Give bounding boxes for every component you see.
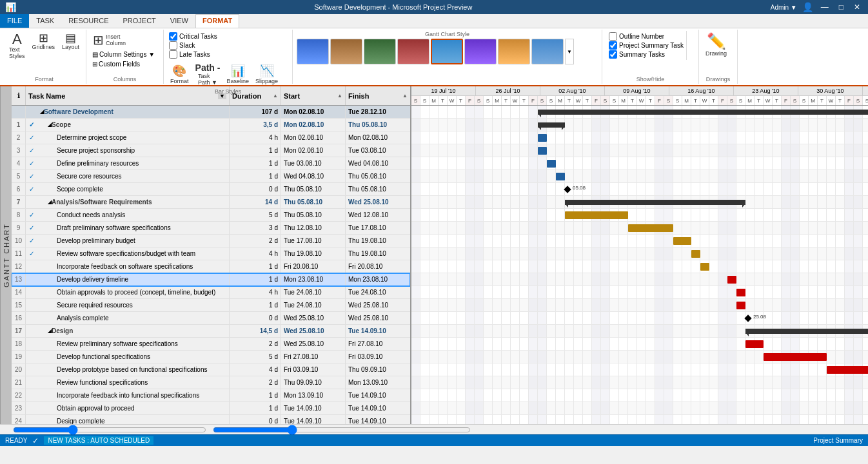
task-row[interactable]: 21Review functional specifications2 dThu…: [12, 376, 410, 389]
gantt-scrollbar[interactable]: [213, 425, 471, 434]
project-summary-check[interactable]: Project Summary Task: [609, 41, 684, 50]
gantt-cell: [755, 389, 764, 401]
close-btn[interactable]: ✕: [851, 3, 863, 12]
task-row[interactable]: 11✓Review software specifications/budget…: [12, 247, 410, 260]
gantt-cell: [448, 119, 457, 131]
slack-check[interactable]: Slack: [169, 41, 217, 50]
outline-number-check[interactable]: Outline Number: [609, 32, 684, 41]
gridlines-btn[interactable]: ⊞ Gridlines: [30, 31, 58, 52]
row-finish-cell: Thu 05.08.10: [346, 183, 410, 195]
gantt-body[interactable]: 05.0825.0814.09: [411, 106, 868, 424]
gantt-style-7[interactable]: [498, 39, 530, 64]
task-row[interactable]: 3✓Secure project sponsorship1 dMon 02.08…: [12, 144, 410, 157]
finish-column-header[interactable]: Finish ▲: [346, 86, 410, 105]
layout-btn[interactable]: ▤ Layout: [59, 31, 82, 52]
gantt-style-8[interactable]: [531, 39, 564, 64]
tab-resource[interactable]: RESOURCE: [61, 14, 115, 28]
gantt-cell: [574, 260, 583, 273]
summary-tasks-check[interactable]: Summary Tasks: [609, 50, 684, 59]
format-btn[interactable]: 🎨 Format: [168, 63, 192, 86]
scroll-area[interactable]: [0, 424, 868, 434]
admin-label[interactable]: Admin ▼: [771, 4, 797, 11]
task-row[interactable]: 8✓Conduct needs analysis5 dThu 05.08.10W…: [12, 209, 410, 222]
task-row[interactable]: 12Incorporate feedback on software speci…: [12, 260, 410, 273]
tab-file[interactable]: FILE: [0, 14, 29, 28]
gantt-cell: [827, 376, 836, 389]
task-row[interactable]: 6✓Scope complete0 dThu 05.08.10Thu 05.08…: [12, 183, 410, 196]
gantt-style-1[interactable]: [297, 39, 329, 64]
gantt-cell: [827, 131, 836, 144]
minimize-btn[interactable]: —: [818, 3, 831, 12]
task-row[interactable]: 19Develop functional specifications5 dFr…: [12, 351, 410, 363]
slack-checkbox[interactable]: [169, 41, 177, 50]
late-tasks-check[interactable]: Late Tasks: [169, 50, 217, 59]
gantt-cell: [773, 286, 782, 298]
gantt-style-3[interactable]: [364, 39, 396, 64]
gantt-cell: [863, 273, 868, 285]
tab-task[interactable]: TASK: [29, 14, 61, 28]
task-path-btn[interactable]: Path - TaskPath ▼: [193, 61, 223, 87]
gantt-cell: [502, 415, 511, 424]
text-styles-btn[interactable]: A TextStyles: [6, 31, 28, 61]
gantt-cell: [709, 235, 718, 247]
horizontal-scrollbar[interactable]: [13, 425, 206, 434]
summary-tasks-checkbox[interactable]: [609, 50, 617, 59]
task-row[interactable]: 20Develop prototype based on functional …: [12, 363, 410, 376]
gantt-cell: [448, 222, 457, 234]
task-row[interactable]: 7◢ Analysis/Software Requirements14 dThu…: [12, 196, 410, 209]
gantt-cell: [420, 363, 429, 376]
row-finish-cell: Wed 25.08.10: [346, 299, 410, 311]
gantt-style-4[interactable]: [397, 39, 429, 64]
custom-fields-btn[interactable]: ⊞ Custom Fields: [90, 60, 142, 68]
task-row[interactable]: 16Analysis complete0 dWed 25.08.10Wed 25…: [12, 312, 410, 325]
maximize-btn[interactable]: □: [836, 3, 846, 12]
gantt-style-scroll[interactable]: ▼: [565, 39, 574, 64]
task-row[interactable]: 13Develop delivery timeline1 dMon 23.08.…: [12, 273, 410, 286]
task-row[interactable]: 5✓Secure core resources1 dWed 04.08.10Th…: [12, 170, 410, 183]
tab-project[interactable]: PROJECT: [116, 14, 163, 28]
gantt-style-5[interactable]: [431, 39, 463, 64]
task-row[interactable]: ◢ Software Development107 dMon 02.08.10T…: [12, 106, 410, 119]
task-row[interactable]: 24Design complete0 dTue 14.09.10Tue 14.0…: [12, 415, 410, 424]
task-row[interactable]: 14Obtain approvals to proceed (concept, …: [12, 286, 410, 299]
task-row[interactable]: 2✓Determine project scope4 hMon 02.08.10…: [12, 131, 410, 144]
start-column-header[interactable]: Start ▲: [281, 86, 346, 105]
task-row[interactable]: 4✓Define preliminary resources1 dTue 03.…: [12, 157, 410, 170]
critical-tasks-checkbox[interactable]: [169, 32, 177, 41]
column-settings-btn[interactable]: ▤ Column Settings ▼: [90, 50, 157, 59]
gantt-cell: [601, 222, 610, 234]
task-row[interactable]: 9✓Draft preliminary software specificati…: [12, 222, 410, 235]
tab-format[interactable]: FORMAT: [195, 14, 239, 28]
date-header-minor: S: [610, 96, 619, 106]
task-row[interactable]: 22Incorporate feedback into functional s…: [12, 389, 410, 402]
gantt-cell: [709, 402, 718, 414]
task-row[interactable]: 1✓◢ Scope3,5 dMon 02.08.10Thu 05.08.10: [12, 119, 410, 131]
task-row[interactable]: 23Obtain approval to proceed1 dTue 14.09…: [12, 402, 410, 415]
task-row[interactable]: 10✓Develop preliminary budget2 dTue 17.0…: [12, 235, 410, 247]
task-row[interactable]: 17◢ Design14,5 dWed 25.08.10Tue 14.09.10: [12, 325, 410, 338]
gantt-style-6[interactable]: [464, 39, 497, 64]
tab-view[interactable]: VIEW: [163, 14, 195, 28]
gantt-style-2[interactable]: [330, 39, 362, 64]
outline-number-checkbox[interactable]: [609, 32, 617, 41]
gantt-cell: [709, 389, 718, 401]
critical-tasks-check[interactable]: Critical Tasks: [169, 32, 217, 41]
task-row[interactable]: 18Review preliminary software specificat…: [12, 338, 410, 351]
drawing-btn[interactable]: ✏️ Drawing: [703, 31, 729, 58]
gantt-cell: [529, 222, 538, 234]
taskname-column-header[interactable]: Task Name ▼: [26, 86, 230, 105]
gantt-cell: [673, 376, 682, 389]
gantt-cell: [429, 376, 439, 389]
gantt-cell: [475, 260, 484, 273]
task-row[interactable]: 15Secure required resources1 dTue 24.08.…: [12, 299, 410, 312]
gantt-cell: [511, 157, 520, 169]
gantt-cell: [420, 170, 429, 182]
baseline-btn[interactable]: 📊 Baseline: [224, 63, 252, 86]
gantt-cell: [411, 144, 420, 157]
gantt-cell: [502, 157, 511, 169]
insert-column-btn[interactable]: ⊞ InsertColumn: [90, 31, 128, 49]
project-summary-checkbox[interactable]: [609, 41, 617, 50]
late-tasks-checkbox[interactable]: [169, 50, 177, 59]
info-column-header[interactable]: ℹ: [12, 86, 26, 105]
slippage-btn[interactable]: 📉 Slippage: [253, 63, 281, 86]
